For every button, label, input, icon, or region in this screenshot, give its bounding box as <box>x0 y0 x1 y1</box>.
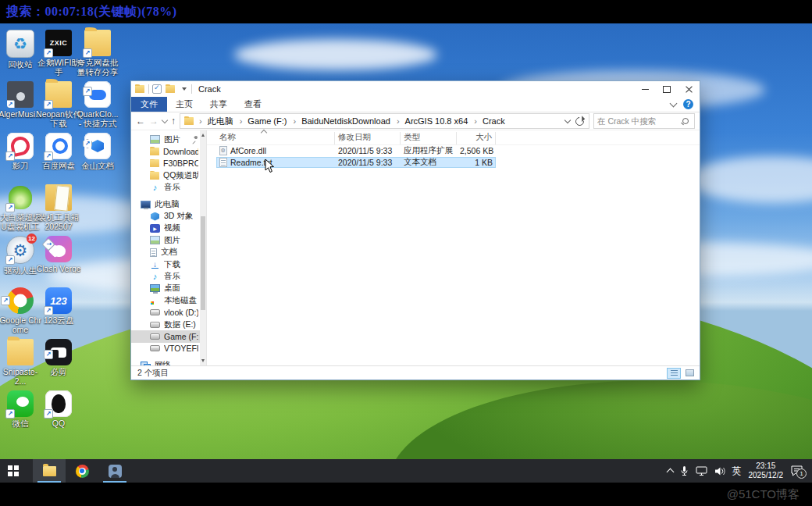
sidebar-item[interactable]: 网络 <box>131 359 206 365</box>
desktop-icon[interactable]: 大白菜超级U盘装机工具 <box>1 183 40 234</box>
sidebar-item[interactable]: 此电脑 <box>131 198 206 210</box>
desktop-icon[interactable]: AlgerMusi... <box>1 80 40 131</box>
window-titlebar[interactable]: Crack <box>131 81 700 97</box>
desktop-icon-image <box>7 339 34 365</box>
speaker-icon[interactable] <box>714 466 725 476</box>
desktop-icon[interactable]: 金山文档 <box>78 131 117 183</box>
expand-ribbon-icon[interactable] <box>670 99 678 107</box>
sidebar-item[interactable]: 桌面 <box>131 283 206 294</box>
sidebar-item[interactable]: 本地磁盘 (C:) <box>131 294 206 306</box>
properties-button[interactable] <box>152 84 162 94</box>
ribbon-tab[interactable]: 查看 <box>236 97 270 112</box>
address-bar[interactable]: 此电脑 Game (F:) BaiduNetdiskDownload ArcGI… <box>180 113 589 129</box>
microphone-icon[interactable] <box>680 465 689 476</box>
breadcrumb-item[interactable]: Game (F:) <box>237 116 290 126</box>
desktop-icon[interactable]: Neopan软件下载 <box>39 80 78 131</box>
sidebar-item[interactable]: 音乐 <box>131 270 206 282</box>
explorer-window: Crack 文件 主页 共享 查看 <box>130 80 700 380</box>
desktop-icon[interactable]: 装机工具箱202507 <box>39 183 78 234</box>
desktop-icon[interactable]: 影刀 <box>1 131 40 183</box>
start-button[interactable] <box>0 459 33 483</box>
desktop-icon[interactable]: 123 123云盘 <box>39 286 78 337</box>
desktop-icon[interactable]: 必剪 <box>39 337 78 389</box>
sidebar-item[interactable]: Download <box>131 145 206 157</box>
search-box[interactable] <box>593 113 695 129</box>
thumbnails-view-button[interactable] <box>682 368 696 379</box>
tray-time: 23:15 <box>749 461 784 472</box>
network-icon[interactable] <box>696 465 707 476</box>
column-header-date[interactable]: 修改日期 <box>335 132 401 144</box>
desktop-icon[interactable]: QuarkClo... - 快捷方式 <box>78 80 117 131</box>
sidebar-item[interactable]: 音乐 <box>131 182 206 194</box>
minimize-button[interactable] <box>634 81 656 97</box>
clock[interactable]: 23:15 2025/12/2 <box>749 461 784 481</box>
desktop-icon[interactable]: 微信 <box>1 389 40 440</box>
file-row[interactable]: AfCore.dll 2020/11/5 9:33 应用程序扩展 2,506 K… <box>216 145 496 157</box>
taskbar-chrome[interactable] <box>66 459 98 483</box>
desktop-icon[interactable]: Clash Verge <box>39 234 78 286</box>
desktop-icon-label: QuarkClo... - 快捷方式 <box>75 109 120 128</box>
quick-access-toolbar-dropdown-icon[interactable] <box>182 87 187 91</box>
scroll-up-icon[interactable] <box>201 134 205 137</box>
cloud <box>687 156 812 203</box>
sidebar-item[interactable]: Game (F:) <box>131 330 206 342</box>
sidebar-scrollbar[interactable] <box>200 130 206 365</box>
column-header-type[interactable]: 类型 <box>401 132 457 144</box>
breadcrumb-item[interactable]: Crack <box>471 116 508 126</box>
hidden-icons-chevron-icon[interactable] <box>666 469 674 476</box>
action-center-icon[interactable]: 1 <box>790 465 804 477</box>
close-button[interactable] <box>678 81 700 97</box>
file-size: 2,506 KB <box>457 146 496 155</box>
sidebar-item[interactable]: 数据 (E:) <box>131 319 206 330</box>
sidebar-item[interactable]: 文档 <box>131 247 206 258</box>
sidebar-item-icon <box>150 272 160 280</box>
desktop-icon[interactable]: ZXIC 企鹅WIFI助手 <box>39 28 78 80</box>
desktop-icon[interactable]: 夸克网盘批量转存分享 <box>78 28 117 80</box>
ribbon-tab[interactable]: 主页 <box>167 97 201 112</box>
sidebar-item[interactable]: QQ频道助手v3.5 <box>131 169 206 181</box>
address-dropdown-icon[interactable] <box>564 117 571 123</box>
desktop-icon[interactable]: 回收站 <box>1 28 40 80</box>
desktop-icon[interactable]: Google Chrome <box>1 286 40 337</box>
sidebar-item[interactable]: 图片 <box>131 234 206 246</box>
file-list-pane[interactable]: 名称 修改日期 类型 大小 AfCore.dll <box>207 130 700 365</box>
sidebar-item[interactable]: vlook (D:) <box>131 306 206 318</box>
search-input[interactable] <box>594 116 682 126</box>
forward-button[interactable]: → <box>149 116 158 126</box>
details-view-button[interactable] <box>667 368 681 379</box>
column-header-size[interactable]: 大小 <box>457 132 496 144</box>
desktop[interactable]: 回收站 AlgerMusi... 影刀 <box>0 23 812 459</box>
separator <box>191 84 192 94</box>
ribbon-tab[interactable]: 共享 <box>201 97 236 112</box>
maximize-button[interactable] <box>656 81 678 97</box>
breadcrumb-item[interactable]: ArcGIS 10.8 x64 <box>394 116 471 126</box>
taskbar-music-app[interactable] <box>98 459 131 483</box>
sidebar-item[interactable]: 3D 对象 <box>131 210 206 222</box>
desktop-icon[interactable]: 12 驱动人生 <box>1 234 40 286</box>
desktop-icon[interactable]: QQ <box>39 389 78 440</box>
separator <box>148 84 149 94</box>
refresh-icon[interactable] <box>574 115 586 126</box>
desktop-icon[interactable]: 百度网盘 <box>39 131 78 183</box>
recent-locations-icon[interactable] <box>162 117 168 123</box>
back-button[interactable]: ← <box>136 116 145 126</box>
desktop-icon[interactable]: Snipaste-2... <box>1 337 40 389</box>
new-folder-button[interactable] <box>166 85 175 93</box>
file-row[interactable]: Readme.txt 2020/11/5 9:33 文本文档 1 KB <box>216 157 496 169</box>
help-icon[interactable]: ? <box>683 99 693 109</box>
language-indicator[interactable]: 英 <box>732 465 742 478</box>
desktop-icon-image <box>6 30 34 58</box>
up-button[interactable]: ↑ <box>171 116 176 126</box>
sidebar-item[interactable]: VTOYEFI (G:) <box>131 343 206 355</box>
breadcrumb-item[interactable]: BaiduNetdiskDownload <box>290 116 393 126</box>
sidebar-item[interactable]: 下载 <box>131 258 206 270</box>
scroll-down-icon[interactable] <box>201 359 205 362</box>
sidebar-item[interactable]: 图片 <box>131 134 206 145</box>
column-header-name[interactable]: 名称 <box>216 132 335 144</box>
sidebar-item[interactable]: 视频 <box>131 223 206 234</box>
tab-file[interactable]: 文件 <box>131 97 167 112</box>
scrollbar-thumb[interactable] <box>201 216 205 310</box>
sidebar-item[interactable]: F30BPRO <box>131 158 206 169</box>
breadcrumb-item[interactable]: 此电脑 <box>196 116 237 127</box>
taskbar-file-explorer[interactable] <box>33 459 66 483</box>
